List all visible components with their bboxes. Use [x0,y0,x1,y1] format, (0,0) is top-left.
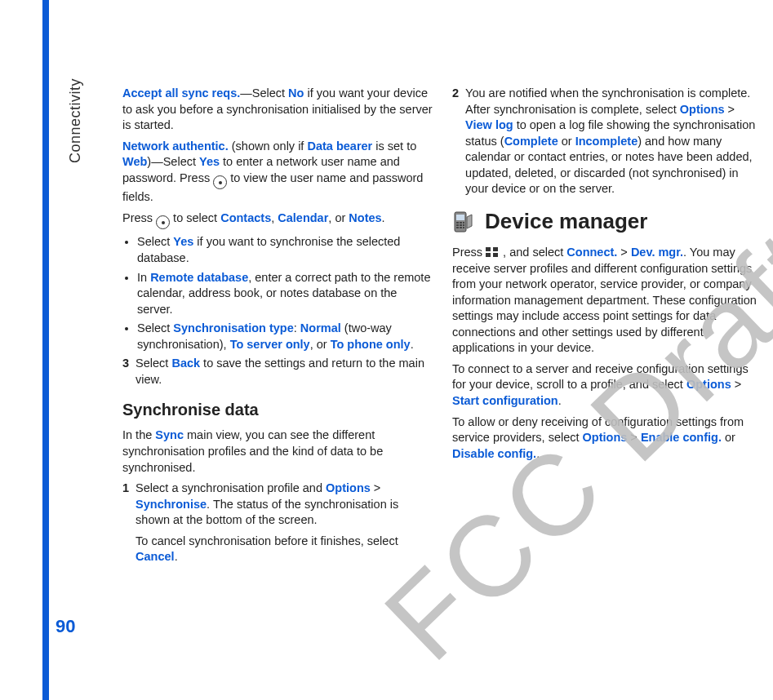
text: . [536,447,540,460]
text: Select [135,357,171,370]
step-number: 2 [452,86,459,197]
opt-contacts: Contacts [220,211,271,224]
opt-enable-config: Enable config. [641,431,722,444]
para-accept-sync: Accept all sync reqs.—Select No if you w… [122,86,433,134]
step-body: Select Back to save the settings and ret… [135,356,433,388]
opt-options: Options [326,481,371,494]
opt-back: Back [171,357,200,370]
text: Press [452,246,486,259]
text: Select a synchronisation profile and Opt… [135,481,433,529]
text: —Select [240,86,288,100]
menu-key-icon [486,247,500,257]
opt-no: No [288,86,304,100]
para-press-select: Press to select Contacts, Calendar, or N… [122,210,433,230]
text: > [627,431,641,444]
text: , or [328,211,349,224]
opt-options: Options [583,431,628,444]
text: > [725,103,735,116]
step-1: 1 Select a synchronisation profile and O… [122,481,433,570]
step-3: 3 Select Back to save the settings and r… [122,356,433,388]
svg-rect-7 [463,224,464,226]
heading-device-manager: Device manager [452,207,762,237]
svg-rect-2 [456,222,459,224]
page-number: 90 [56,614,75,639]
device-manager-icon [452,207,477,237]
label-network-auth: Network authentic. [122,140,229,153]
text: to select [170,211,220,224]
text: . You may receive server profiles and di… [452,246,757,354]
page-content: Accept all sync reqs.—Select No if you w… [122,86,764,570]
opt-dev-mgr: Dev. mgr. [631,246,683,259]
step-number: 1 [122,481,129,570]
opt-cancel: Cancel [135,550,175,563]
step-2: 2 You are notified when the synchronisat… [452,86,762,197]
text: > [731,378,742,391]
svg-rect-6 [460,224,462,226]
opt-disable-config: Disable config. [452,447,536,460]
label-accept-sync: Accept all sync reqs. [122,86,240,100]
text: or [722,431,735,444]
text: , or [310,338,331,351]
opt-yes: Yes [199,155,220,168]
svg-rect-8 [456,227,459,228]
text: . [175,550,178,563]
status-incomplete: Incomplete [575,135,638,148]
text: To cancel synchronisation before it fini… [135,534,398,547]
step-body: Select a synchronisation profile and Opt… [135,481,433,570]
text: . [411,338,414,351]
step-body: You are notified when the synchronisatio… [465,86,762,197]
label-sync-type: Synchronisation type [173,321,293,334]
opt-web: Web [122,155,147,168]
svg-rect-10 [463,227,464,228]
list-item: Select Synchronisation type: Normal (two… [137,321,433,352]
text: , and select [500,246,566,259]
opt-options: Options [680,103,725,116]
text: or [558,135,575,148]
label-sync: Sync [155,428,184,441]
text: > [617,246,631,259]
bullet-list: Select Yes if you want to synchronise th… [122,234,433,352]
text: : [294,321,300,334]
para-dev-mgr: Press , and select Connect. > Dev. mgr..… [452,245,762,357]
status-complete: Complete [504,135,558,148]
svg-rect-5 [456,224,459,226]
list-item: Select Yes if you want to synchronise th… [137,234,433,266]
text: In [137,271,150,284]
section-label: Connectivity [65,78,85,163]
text: )—Select [147,155,199,168]
svg-rect-1 [456,215,464,220]
side-stripe [42,0,49,700]
opt-view-log: View log [465,118,513,131]
opt-connect: Connect. [566,246,617,259]
para-sync-main: In the Sync main view, you can see the d… [122,428,433,476]
nav-key-icon [213,175,227,189]
para-connect-server: To connect to a server and receive confi… [452,361,762,410]
para-network-auth: Network authentic. (shown only if Data b… [122,139,433,206]
opt-yes: Yes [173,235,193,248]
text: is set to [372,140,416,153]
opt-options: Options [686,378,731,391]
text: (shown only if [229,140,308,153]
opt-start-config: Start configuration [452,394,558,407]
para-allow-deny: To allow or deny receiving of configurat… [452,414,762,463]
text: Select [137,235,173,248]
label-remote-db: Remote database [150,271,248,284]
opt-phone-only: To phone only [331,338,411,351]
nav-key-icon [156,215,170,229]
svg-rect-4 [463,222,464,224]
opt-notes: Notes [349,211,381,224]
right-column: 2 You are notified when the synchronisat… [452,86,762,570]
opt-synchronise: Synchronise [135,498,207,511]
label-data-bearer: Data bearer [307,140,372,153]
heading-sync-data: Synchronise data [122,399,433,421]
text: Select [137,321,173,334]
text: Select a synchronisation profile and [135,481,326,494]
left-column: Accept all sync reqs.—Select No if you w… [122,86,433,570]
opt-normal: Normal [300,321,341,334]
text: To cancel synchronisation before it fini… [135,534,433,565]
svg-rect-9 [460,227,462,228]
text: . [558,394,562,407]
opt-server-only: To server only [230,338,310,351]
step-number: 3 [122,356,129,388]
heading-text: Device manager [485,207,647,236]
